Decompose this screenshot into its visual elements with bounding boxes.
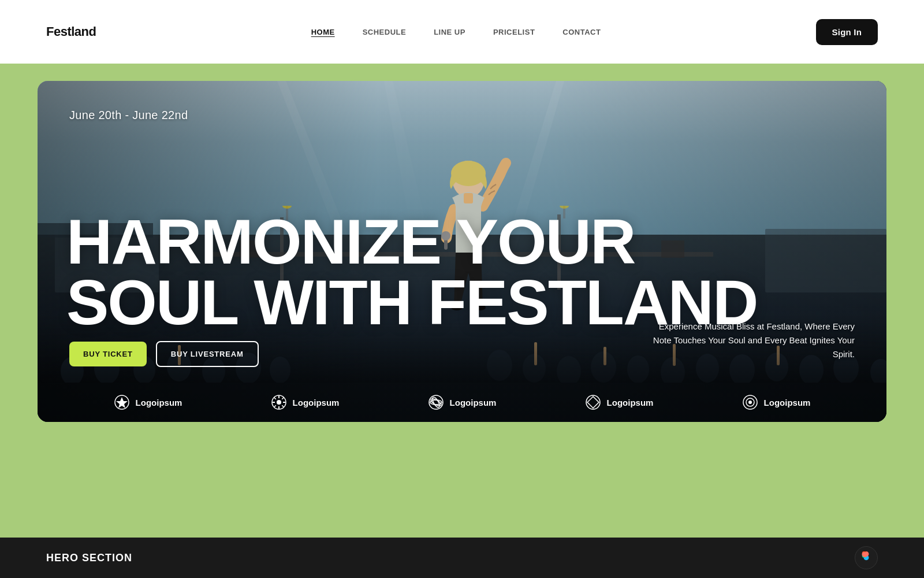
nav-item-home[interactable]: HOME — [311, 28, 335, 36]
sponsor-5-icon — [742, 394, 758, 410]
sponsor-4-name: Logoipsum — [607, 398, 654, 407]
sponsor-2-icon — [271, 394, 287, 410]
sponsor-3-icon — [428, 394, 444, 410]
hero-description: Experience Musical Bliss at Festland, Wh… — [647, 320, 855, 361]
svg-line-57 — [282, 398, 284, 399]
svg-line-56 — [282, 405, 284, 407]
sponsor-2-name: Logoipsum — [293, 398, 340, 407]
buy-ticket-button[interactable]: BUY TICKET — [69, 342, 147, 366]
sponsor-2: Logoipsum — [271, 394, 340, 410]
section-label: HERO SECTION — [46, 552, 132, 564]
brand-logo: Festland — [46, 24, 96, 39]
sponsor-4-icon — [585, 394, 601, 410]
main-nav: HOME SCHEDULE LINE UP PRICELIST CONTACT — [311, 28, 601, 36]
svg-marker-64 — [587, 397, 599, 408]
sponsor-1-name: Logoipsum — [136, 398, 182, 407]
hero-section: June 20th - June 22nd HARMONIZE YOUR SOU… — [38, 81, 886, 422]
nav-item-pricelist[interactable]: PRICELIST — [493, 28, 535, 36]
sponsor-3-name: Logoipsum — [450, 398, 497, 407]
sponsor-3: Logoipsum — [428, 394, 497, 410]
sponsors-bar: Logoipsum — [38, 383, 886, 422]
svg-point-63 — [586, 395, 600, 409]
nav-item-contact[interactable]: CONTACT — [562, 28, 601, 36]
nav-item-schedule[interactable]: SCHEDULE — [363, 28, 407, 36]
navbar: Festland HOME SCHEDULE LINE UP PRICELIST… — [0, 0, 924, 64]
sponsor-1: Logoipsum — [114, 394, 182, 410]
sponsor-4: Logoipsum — [585, 394, 654, 410]
event-date: June 20th - June 22nd — [69, 109, 188, 122]
svg-line-55 — [274, 398, 275, 399]
sponsor-5-name: Logoipsum — [764, 398, 811, 407]
svg-point-67 — [748, 401, 752, 404]
hero-buttons: BUY TICKET BUY LIVESTREAM — [69, 341, 259, 367]
hero-headline: HARMONIZE YOUR SOUL WITH FESTLAND — [66, 212, 858, 332]
svg-point-50 — [277, 400, 281, 405]
main-content: June 20th - June 22nd HARMONIZE YOUR SOU… — [0, 64, 924, 538]
sponsor-1-icon — [114, 394, 130, 410]
hero-content: June 20th - June 22nd HARMONIZE YOUR SOU… — [38, 81, 886, 422]
nav-item-lineup[interactable]: LINE UP — [434, 28, 465, 36]
svg-line-58 — [274, 405, 275, 407]
sponsor-5: Logoipsum — [742, 394, 811, 410]
headline-line1: HARMONIZE YOUR — [66, 212, 858, 272]
figma-icon — [855, 546, 878, 569]
buy-livestream-button[interactable]: BUY LIVESTREAM — [156, 341, 259, 367]
sign-in-button[interactable]: Sign In — [816, 19, 878, 45]
svg-point-59 — [429, 395, 443, 409]
bottom-bar: HERO SECTION — [0, 538, 924, 578]
svg-marker-48 — [116, 397, 128, 408]
